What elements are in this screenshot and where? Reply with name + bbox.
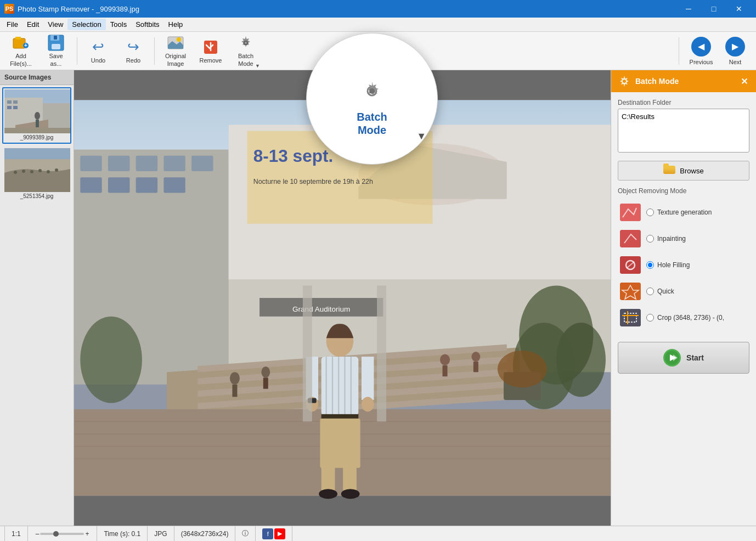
start-label: Start bbox=[686, 353, 704, 362]
menu-help[interactable]: Help bbox=[164, 19, 188, 30]
svg-rect-40 bbox=[108, 156, 129, 171]
status-zoom-control: – + bbox=[28, 526, 98, 541]
close-button[interactable]: ✕ bbox=[726, 0, 752, 18]
start-icon bbox=[663, 349, 681, 367]
mode-inpainting-option[interactable]: Inpainting bbox=[618, 228, 749, 250]
source-thumb-1 bbox=[4, 89, 70, 133]
svg-point-63 bbox=[80, 317, 142, 403]
toolbox-close-button[interactable]: ✕ bbox=[738, 76, 749, 87]
svg-point-31 bbox=[30, 170, 33, 173]
mode-crop-option[interactable]: Crop (3648, 2736) - (0, bbox=[618, 307, 749, 329]
svg-point-93 bbox=[498, 351, 547, 388]
mode-quick-option[interactable]: Quick bbox=[618, 280, 749, 302]
source-list: _9099389.jpg bbox=[0, 85, 74, 205]
mode-quick-radio[interactable] bbox=[646, 288, 654, 295]
mode-inpainting-icon bbox=[620, 230, 641, 247]
svg-rect-45 bbox=[108, 177, 129, 193]
svg-rect-87 bbox=[443, 365, 448, 376]
remove-icon bbox=[202, 38, 219, 56]
svg-rect-73 bbox=[321, 465, 335, 493]
add-files-button[interactable]: + AddFile(s)... bbox=[4, 32, 37, 69]
svg-point-80 bbox=[319, 489, 337, 499]
redo-button[interactable]: ↪ Redo bbox=[117, 36, 150, 66]
destination-folder-label: Destination Folder bbox=[618, 99, 749, 106]
mode-inpainting-label: Inpainting bbox=[646, 235, 686, 243]
mode-quick-label: Quick bbox=[646, 288, 674, 295]
mode-crop-radio[interactable] bbox=[646, 314, 654, 322]
svg-point-82 bbox=[230, 372, 240, 385]
menu-selection[interactable]: Selection bbox=[67, 19, 105, 30]
batch-mode-popup: BatchMode ▼ bbox=[306, 33, 438, 165]
undo-button[interactable]: ↩ Undo bbox=[82, 36, 115, 66]
separator-2 bbox=[154, 37, 155, 65]
svg-point-16 bbox=[369, 88, 375, 94]
minimize-button[interactable]: ─ bbox=[676, 0, 701, 18]
zoom-plus[interactable]: + bbox=[84, 530, 90, 538]
save-as-label: Saveas... bbox=[49, 53, 63, 67]
status-format: JPG bbox=[148, 526, 174, 541]
title-bar-left: PS Photo Stamp Remover - _9099389.jpg bbox=[4, 4, 139, 14]
svg-rect-41 bbox=[136, 156, 157, 171]
menu-view[interactable]: View bbox=[43, 19, 67, 30]
facebook-icon[interactable]: f bbox=[262, 528, 273, 539]
undo-icon: ↩ bbox=[89, 38, 107, 56]
mode-hole-filling-radio[interactable] bbox=[646, 261, 654, 269]
mode-texture-label: Texture generation bbox=[646, 208, 712, 216]
mode-inpainting-radio[interactable] bbox=[646, 235, 654, 243]
svg-rect-7 bbox=[54, 36, 57, 40]
batch-popup-label: BatchMode bbox=[357, 110, 387, 137]
menu-file[interactable]: File bbox=[2, 19, 22, 30]
zoom-minus[interactable]: – bbox=[35, 530, 41, 538]
svg-point-24 bbox=[35, 112, 40, 120]
menu-edit[interactable]: Edit bbox=[22, 19, 43, 30]
svg-rect-42 bbox=[163, 156, 185, 171]
toolbar: + AddFile(s)... Saveas... ↩ Undo ↪ Redo bbox=[0, 32, 756, 70]
batch-gear-icon bbox=[358, 77, 386, 105]
svg-rect-102 bbox=[620, 309, 641, 326]
batch-mode-button[interactable]: BatchMode ▼ bbox=[229, 32, 262, 69]
youtube-icon[interactable]: ▶ bbox=[274, 528, 285, 539]
menu-softbits[interactable]: Softbits bbox=[131, 19, 163, 30]
next-button[interactable]: ▶ Next bbox=[719, 35, 752, 67]
menu-tools[interactable]: Tools bbox=[106, 19, 131, 30]
save-as-button[interactable]: Saveas... bbox=[40, 32, 72, 69]
next-icon: ▶ bbox=[725, 37, 745, 57]
mode-texture-option[interactable]: Texture generation bbox=[618, 201, 749, 223]
svg-rect-26 bbox=[4, 128, 70, 133]
title-bar-controls: ─ □ ✕ bbox=[676, 0, 752, 18]
mode-texture-radio[interactable] bbox=[646, 208, 654, 216]
svg-text:Nocturne le 10 septembre de 19: Nocturne le 10 septembre de 19h à 22h bbox=[253, 178, 373, 185]
zoom-slider[interactable] bbox=[40, 533, 84, 535]
browse-button[interactable]: Browse bbox=[618, 161, 749, 181]
status-dimensions: (3648x2736x24) bbox=[174, 526, 236, 541]
svg-rect-89 bbox=[473, 362, 478, 372]
source-item-2[interactable]: _5251354.jpg bbox=[2, 146, 71, 202]
title-bar: PS Photo Stamp Remover - _9099389.jpg ─ … bbox=[0, 0, 756, 18]
original-image-button[interactable]: OriginalImage bbox=[159, 32, 192, 69]
destination-folder-input[interactable]: C:\Results bbox=[618, 109, 749, 153]
source-item-1[interactable]: _9099389.jpg bbox=[2, 87, 71, 144]
svg-rect-71 bbox=[321, 414, 359, 419]
remove-button[interactable]: Remove bbox=[194, 36, 227, 66]
svg-rect-74 bbox=[343, 465, 357, 493]
svg-point-84 bbox=[261, 367, 270, 377]
previous-button[interactable]: ◀ Previous bbox=[685, 35, 718, 67]
app-title: Photo Stamp Remover - _9099389.jpg bbox=[18, 5, 139, 13]
restore-button[interactable]: □ bbox=[701, 0, 726, 18]
svg-rect-21 bbox=[13, 100, 18, 104]
zoom-thumb[interactable] bbox=[53, 531, 59, 537]
destination-folder-section: Destination Folder C:\Results bbox=[618, 99, 749, 154]
original-image-label: OriginalImage bbox=[165, 53, 186, 67]
batch-mode-icon bbox=[237, 34, 255, 52]
object-removing-section: Object Removing Mode Texture generation bbox=[618, 187, 749, 329]
batch-popup-content: BatchMode bbox=[357, 77, 387, 137]
time-label: Time (s): 0.1 bbox=[104, 530, 140, 538]
toolbox-panel: Batch Mode ✕ Destination Folder C:\Resul… bbox=[611, 70, 756, 526]
svg-rect-1 bbox=[15, 37, 21, 40]
svg-rect-39 bbox=[80, 156, 101, 171]
app-icon: PS bbox=[4, 4, 14, 14]
mode-hole-filling-option[interactable]: Hole Filling bbox=[618, 254, 749, 276]
source-label-1: _9099389.jpg bbox=[4, 133, 69, 142]
svg-text:Grand Auditorium: Grand Auditorium bbox=[292, 305, 350, 313]
start-button[interactable]: Start bbox=[618, 342, 749, 374]
